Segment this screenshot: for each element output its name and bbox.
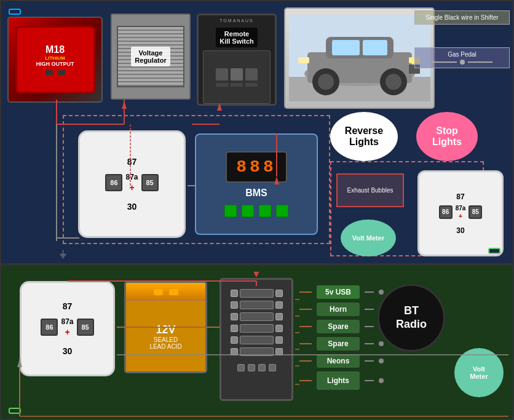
info-box-gas: Gas Pedal (414, 47, 510, 68)
battery-12v-terminal-pos (169, 289, 178, 295)
dist-fuse-3 (240, 312, 274, 321)
circuit-neons: Neons (299, 354, 384, 368)
circuit-badge-spare2: Spare (317, 337, 360, 351)
dist-term-left-3 (231, 313, 238, 320)
bms-terminal-4 (276, 205, 288, 217)
dist-term-right-1 (275, 290, 283, 297)
kill-switch-body (203, 50, 271, 104)
label-18v (9, 9, 21, 15)
top-section: M18 LITHIUM HIGH OUTPUT VoltageRegulator… (0, 0, 514, 264)
battery-12v-terminals (126, 283, 205, 301)
battery-brand: M18 (45, 44, 65, 55)
kill-switch: TOMANAUS RemoteKill Switch (197, 14, 277, 106)
dist-row-3 (221, 312, 291, 321)
circuit-dot-6 (379, 378, 384, 383)
circuit-badge-neons: Neons (317, 354, 360, 368)
circuit-tail-2 (365, 309, 374, 310)
svg-rect-6 (363, 40, 387, 55)
dist-term-right-3 (275, 313, 283, 320)
stop-lights-label: StopLights (432, 125, 462, 148)
battery-18v: M18 LITHIUM HIGH OUTPUT (7, 17, 103, 103)
relay-main-87a: 87a (125, 173, 138, 181)
bt-radio: BT Radio (378, 284, 445, 352)
label-12-18v (488, 248, 500, 254)
circuit-dot-4 (379, 341, 384, 346)
bottom-section: 87 86 87a + 85 30 (0, 264, 514, 420)
relay-bottom-terminal-85: 85 (77, 319, 94, 336)
bms-terminal-1 (224, 205, 237, 217)
relay-small-top: 87 86 87a + 85 30 (417, 170, 504, 256)
dist-fuse-6 (240, 347, 274, 356)
relay-bottom-87: 87 (63, 301, 73, 311)
circuit-horn: Horn (299, 303, 384, 316)
bms-terminals (224, 205, 288, 217)
info-box-shifter: Single Black wire in Shifter (414, 10, 510, 25)
circuit-lights: Lights (299, 371, 384, 390)
gas-pedal-icon (418, 60, 506, 65)
dist-fuse-4 (240, 324, 274, 333)
dist-fuse-2 (240, 301, 274, 309)
kill-switch-brand: TOMANAUS (219, 18, 254, 23)
relay-main: 87 86 87a + 85 30 (78, 130, 186, 238)
circuit-badge-5v: 5v USB (317, 285, 360, 299)
circuit-tail-6 (365, 380, 374, 381)
reverse-lights-label: ReverseLights (345, 125, 383, 148)
circuit-line-2 (299, 309, 312, 310)
bms-display: 888 (226, 151, 287, 183)
exhaust-bubbles: Exhaust Bubbles (336, 173, 404, 207)
circuit-line-3 (299, 326, 312, 327)
circuit-line-1 (299, 291, 312, 293)
relay-main-terminal-86: 86 (105, 174, 122, 191)
relay-main-terminal-85: 85 (141, 174, 159, 191)
ground-symbol: ⏚ (60, 247, 66, 260)
kill-switch-label: RemoteKill Switch (216, 28, 258, 47)
volt-meter-top: Volt Meter (341, 220, 396, 256)
voltage-regulator-label: VoltageRegulator (131, 47, 170, 66)
dist-arrow: ▼ (251, 269, 261, 280)
circuit-5v-usb: 5v USB (299, 285, 384, 299)
dist-term-left-5 (231, 336, 238, 344)
dist-term-left-1 (231, 290, 238, 297)
svg-rect-5 (332, 40, 360, 55)
circuit-tail-5 (365, 360, 374, 362)
circuit-spare-1: Spare (299, 320, 384, 333)
volt-meter-bottom-label: VoltMeter (470, 365, 488, 380)
circuit-badge-horn: Horn (317, 303, 360, 316)
circuit-badge-spare1: Spare (317, 320, 360, 333)
circuit-tail-3 (365, 326, 374, 327)
dist-board: ▼ (219, 278, 293, 401)
relay-small-terminal-86: 86 (439, 205, 453, 219)
relay-main-87: 87 (127, 157, 137, 167)
relay-bottom-terminal-86: 86 (41, 319, 58, 336)
relay-bottom-plus: + (65, 327, 69, 337)
gas-label: Gas Pedal (418, 51, 506, 58)
dist-row-1 (221, 289, 291, 298)
dist-term-left-6 (231, 348, 238, 355)
voltage-regulator: VoltageRegulator (111, 14, 191, 100)
svg-point-10 (386, 74, 401, 90)
dist-row-6 (221, 347, 291, 356)
circuit-tail-1 (365, 291, 374, 293)
battery-type: LITHIUM (45, 55, 65, 61)
circuit-line-6 (299, 380, 312, 381)
dist-term-right-2 (275, 301, 283, 309)
volt-meter-bottom: VoltMeter (454, 348, 504, 397)
relay-small-87: 87 (456, 192, 464, 201)
svg-point-8 (318, 74, 334, 90)
label-12v (9, 408, 21, 414)
circuit-labels: 5v USB Horn Spare (299, 285, 384, 390)
relay-small-87a: 87a (456, 205, 466, 212)
bt-radio-label: BT Radio (396, 304, 427, 331)
stop-lights: StopLights (416, 112, 478, 161)
relay-bottom: 87 86 87a + 85 30 (20, 281, 115, 376)
volt-meter-top-label: Volt Meter (352, 234, 384, 242)
relay-main-plus: + (129, 183, 134, 192)
relay-small-terminal-85: 85 (469, 205, 482, 219)
reverse-lights: ReverseLights (330, 112, 398, 161)
battery-12v-terminal-neg (154, 289, 163, 295)
shifter-label: Single Black wire in Shifter (418, 14, 506, 21)
battery-subtitle: HIGH OUTPUT (36, 61, 74, 67)
dist-term-right-6 (275, 348, 283, 355)
relay-small-30: 30 (456, 226, 464, 235)
bms-terminal-2 (242, 205, 254, 217)
